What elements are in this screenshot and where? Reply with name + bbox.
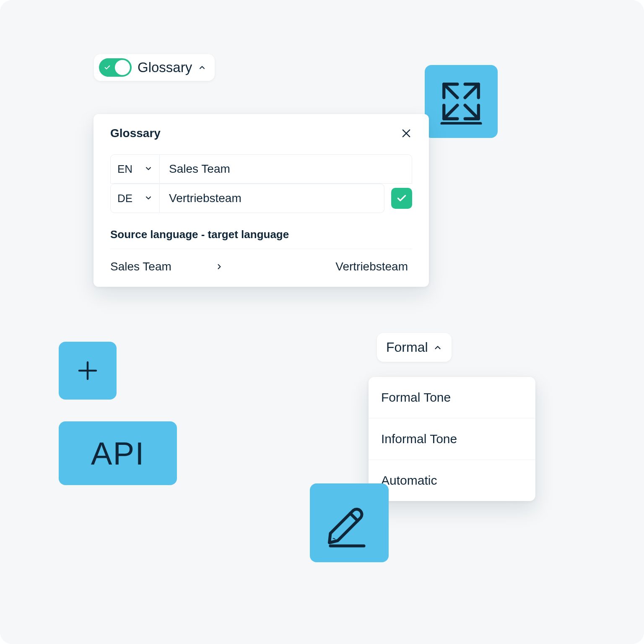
target-term-input[interactable]: Vertriebsteam [160, 184, 384, 213]
source-term-input[interactable]: Sales Team [160, 154, 412, 184]
svg-line-3 [465, 105, 478, 119]
arrow-right-icon [207, 262, 232, 271]
target-language-code: DE [117, 192, 132, 205]
expand-button[interactable] [425, 65, 498, 138]
api-button[interactable]: API [59, 421, 177, 485]
glossary-input-row: EN Sales Team [110, 154, 412, 184]
pencil-icon [324, 498, 374, 548]
chevron-up-icon [433, 343, 442, 352]
add-button[interactable] [59, 342, 117, 400]
glossary-chip-label: Glossary [138, 60, 192, 75]
tone-option-informal[interactable]: Informal Tone [369, 418, 535, 460]
glossary-panel: Glossary EN Sales Team DE Vertri [93, 114, 429, 287]
glossary-panel-title: Glossary [110, 127, 161, 140]
close-button[interactable] [400, 127, 412, 139]
target-language-select[interactable]: DE [110, 184, 160, 213]
svg-line-9 [351, 514, 358, 521]
expand-icon [438, 78, 484, 125]
chevron-up-icon [198, 63, 206, 72]
toggle-knob [115, 60, 130, 75]
check-icon [104, 64, 111, 71]
edit-button[interactable] [310, 483, 389, 562]
tone-option-automatic[interactable]: Automatic [369, 460, 535, 501]
svg-line-0 [465, 84, 478, 98]
entry-source: Sales Team [110, 260, 207, 273]
glossary-input-row: DE Vertriebsteam [110, 184, 384, 213]
svg-line-1 [444, 84, 457, 98]
chevron-down-icon [144, 192, 153, 205]
source-language-code: EN [117, 163, 132, 176]
entry-target: Vertriebsteam [232, 260, 412, 273]
glossary-entry-row[interactable]: Sales Team Vertriebsteam [110, 249, 412, 273]
api-label: API [91, 435, 145, 472]
confirm-entry-button[interactable] [391, 188, 412, 209]
source-language-select[interactable]: EN [110, 154, 160, 184]
glossary-section-label: Source language - target language [110, 228, 412, 249]
tone-selected-label: Formal [386, 340, 428, 355]
plus-icon [75, 358, 100, 383]
tone-option-formal[interactable]: Formal Tone [369, 377, 535, 418]
svg-line-2 [444, 105, 457, 119]
glossary-toggle-chip[interactable]: Glossary [94, 54, 215, 81]
tone-menu: Formal Tone Informal Tone Automatic [369, 377, 535, 501]
glossary-toggle[interactable] [99, 58, 132, 77]
tone-select[interactable]: Formal [377, 333, 452, 362]
chevron-down-icon [144, 163, 153, 176]
